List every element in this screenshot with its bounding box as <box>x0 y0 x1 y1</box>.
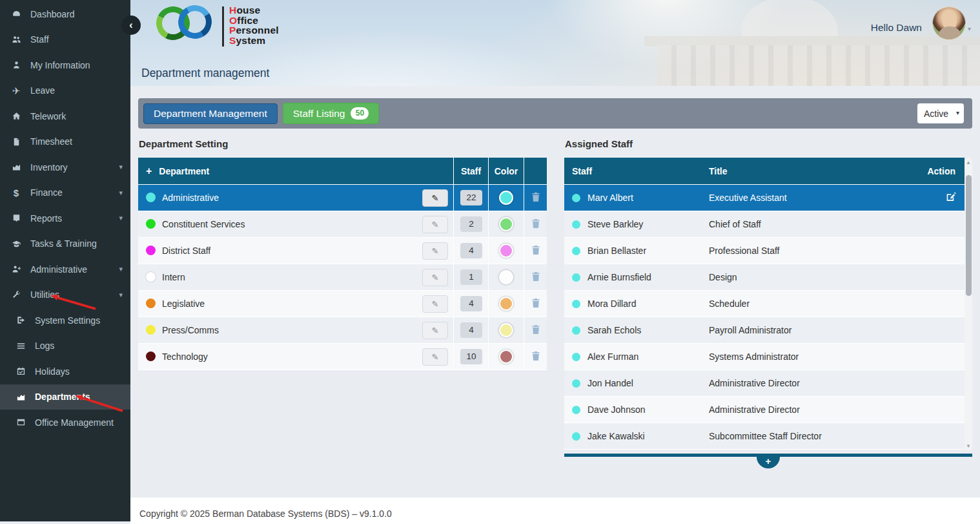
staff-row[interactable]: Jon Handel Administrative Director <box>564 370 965 397</box>
sidebar-item-inventory[interactable]: Inventory ▾ <box>0 154 130 180</box>
department-color-swatch[interactable] <box>499 270 513 284</box>
staff-row[interactable]: Sarah Echols Payroll Administrator <box>564 317 965 344</box>
sidebar-item-telework[interactable]: Telework <box>0 103 130 129</box>
department-row[interactable]: Constituent Services✎ 2 <box>138 211 547 238</box>
chevron-down-icon: ▾ <box>119 163 123 171</box>
staff-row[interactable]: Marv Albert Executive Assistant <box>564 185 965 211</box>
department-row[interactable]: Legislative✎ 4 <box>138 291 547 317</box>
staff-name: Mora Dillard <box>587 299 636 309</box>
sidebar-item-dashboard[interactable]: Dashboard <box>0 1 130 27</box>
department-color-dot <box>146 193 156 202</box>
sidebar-item-administrative[interactable]: Administrative ▾ <box>0 257 130 282</box>
status-filter-value: Active <box>924 109 948 119</box>
department-color-swatch[interactable] <box>499 350 513 364</box>
edit-department-button[interactable]: ✎ <box>422 322 448 339</box>
staff-row[interactable]: Jake Kawalski Subcommittee Staff Directo… <box>564 423 965 450</box>
scroll-down-icon[interactable]: ▼ <box>965 443 972 449</box>
sidebar-item-logs[interactable]: Logs <box>0 333 130 359</box>
department-row[interactable]: Technology✎ 10 <box>138 344 547 370</box>
department-color-swatch[interactable] <box>499 191 513 205</box>
assigned-staff-panel: Assigned Staff Staff Title Action Marv A… <box>564 138 972 470</box>
staff-row[interactable]: Mora Dillard Scheduler <box>564 291 965 317</box>
staff-row[interactable]: Arnie Burnsfield Design <box>564 264 965 291</box>
edit-department-button[interactable]: ✎ <box>422 295 448 313</box>
user-menu-caret-icon[interactable]: ▾ <box>968 25 971 32</box>
delete-department-icon[interactable] <box>531 298 540 308</box>
delete-department-icon[interactable] <box>531 271 540 282</box>
staff-count-badge: 50 <box>351 107 369 120</box>
staff-title: Design <box>701 264 914 291</box>
sidebar-item-finance[interactable]: $ Finance ▾ <box>0 180 130 206</box>
department-color-swatch[interactable] <box>499 217 513 231</box>
column-header: Title <box>701 158 914 185</box>
sidebar-item-reports[interactable]: Reports ▾ <box>0 205 130 231</box>
sidebar-item-holidays[interactable]: Holidays <box>0 359 130 384</box>
edit-department-button[interactable]: ✎ <box>422 348 448 366</box>
delete-department-icon[interactable] <box>531 351 540 361</box>
column-header: Action <box>914 158 965 185</box>
department-color-swatch[interactable] <box>499 244 513 258</box>
delete-department-icon[interactable] <box>531 245 540 255</box>
delete-department-icon[interactable] <box>531 324 540 335</box>
panel-heading: Department Setting <box>139 138 547 149</box>
column-header: Department <box>159 166 209 176</box>
edit-staff-icon[interactable] <box>944 191 956 203</box>
status-filter-select[interactable]: Active ▾ <box>917 103 964 123</box>
plane-icon: ✈ <box>10 85 23 96</box>
sidebar-item-departments[interactable]: Departments <box>0 384 130 410</box>
department-color-swatch[interactable] <box>499 297 513 311</box>
staff-dot <box>572 273 580 282</box>
tab-staff-listing[interactable]: Staff Listing 50 <box>283 103 380 124</box>
sidebar-item-system-settings[interactable]: System Settings <box>0 308 130 333</box>
column-header: Color <box>489 158 524 185</box>
edit-department-button[interactable]: ✎ <box>422 216 448 233</box>
sidebar-item-timesheet[interactable]: Timesheet <box>0 129 130 155</box>
staff-row[interactable]: Brian Bellaster Professional Staff <box>564 238 965 264</box>
department-row[interactable]: District Staff✎ 4 <box>138 238 547 264</box>
tab-bar: Department Management Staff Listing 50 A… <box>138 98 972 129</box>
delete-department-icon[interactable] <box>531 192 540 202</box>
sidebar-item-tasks-training[interactable]: Tasks & Training <box>0 231 130 257</box>
department-row[interactable]: Intern✎ 1 <box>138 264 547 291</box>
staff-dot <box>572 300 580 308</box>
report-icon <box>10 213 23 224</box>
sidebar-collapse-button[interactable]: ‹ <box>121 16 141 35</box>
scrollbar-thumb[interactable] <box>966 175 972 296</box>
sidebar-item-label: Logs <box>35 341 54 351</box>
sidebar-item-my-information[interactable]: My Information <box>0 52 130 78</box>
chevron-down-icon: ▾ <box>119 214 123 222</box>
staff-dot <box>572 432 580 441</box>
department-color-dot <box>146 299 156 308</box>
add-staff-button[interactable]: + <box>757 457 780 468</box>
department-color-swatch[interactable] <box>499 323 513 337</box>
department-name: Press/Comms <box>162 325 219 335</box>
staff-title: Scheduler <box>701 291 914 317</box>
edit-department-button[interactable]: ✎ <box>422 269 448 286</box>
scroll-up-icon[interactable]: ▲ <box>965 160 972 165</box>
sidebar-item-label: Dashboard <box>30 9 75 19</box>
edit-department-button[interactable]: ✎ <box>422 242 448 260</box>
list-icon <box>14 340 27 351</box>
add-department-button[interactable]: + <box>146 165 152 176</box>
logo-rings-icon <box>156 5 216 43</box>
department-row[interactable]: Press/Comms✎ 4 <box>138 317 547 344</box>
tab-label: Department Management <box>154 108 267 120</box>
sidebar-item-staff[interactable]: Staff <box>0 27 130 53</box>
department-row[interactable]: Administrative✎ 22 <box>138 185 547 211</box>
staff-row[interactable]: Steve Barkley Chief of Staff <box>564 211 965 238</box>
delete-department-icon[interactable] <box>531 218 540 229</box>
sidebar-item-leave[interactable]: ✈ Leave <box>0 78 130 104</box>
tab-department-management[interactable]: Department Management <box>143 103 278 124</box>
avatar[interactable] <box>932 6 966 40</box>
sidebar-item-utilities[interactable]: Utilities ▾ <box>0 282 130 308</box>
sidebar-item-office-management[interactable]: Office Management <box>0 410 130 435</box>
staff-name: Marv Albert <box>587 193 633 203</box>
department-color-dot <box>146 351 156 361</box>
header: House Office Personnel System Hello Dawn… <box>130 0 980 86</box>
edit-department-button[interactable]: ✎ <box>422 189 448 207</box>
staff-row[interactable]: Dave Johnson Administrative Director <box>564 397 965 423</box>
staff-row[interactable]: Alex Furman Systems Administrator <box>564 344 965 370</box>
sidebar-item-label: Holidays <box>35 366 70 377</box>
user-greeting: Hello Dawn <box>871 22 922 34</box>
staff-list-scrollbar[interactable]: ▲ ▼ <box>965 158 972 451</box>
